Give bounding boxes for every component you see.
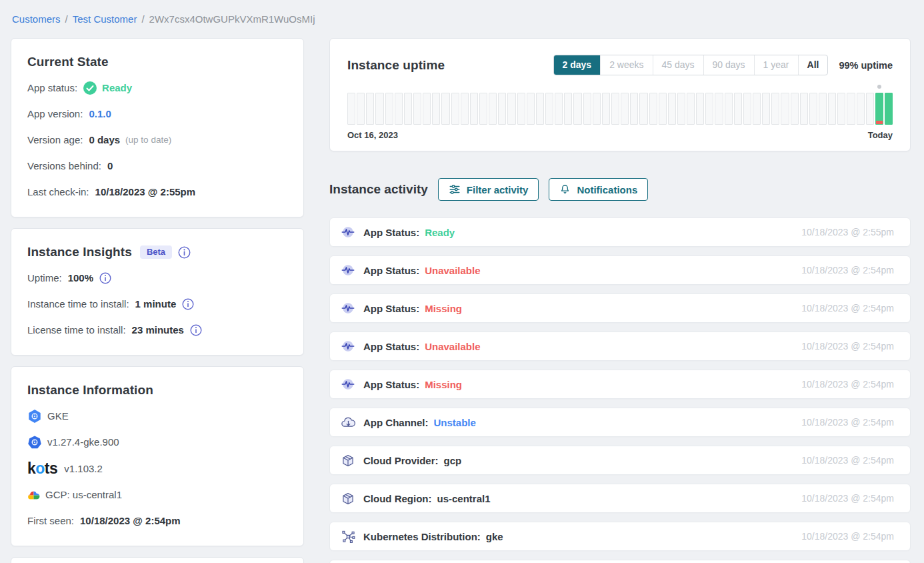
info-icon[interactable] bbox=[99, 272, 111, 284]
uptime-bar-empty[interactable] bbox=[385, 93, 393, 125]
check-circle-icon bbox=[83, 81, 97, 95]
uptime-bar-empty[interactable] bbox=[659, 93, 667, 125]
pulse-icon bbox=[340, 377, 356, 392]
uptime-bar-empty[interactable] bbox=[545, 93, 553, 125]
uptime-bar-empty[interactable] bbox=[357, 93, 365, 125]
range-button-90-days[interactable]: 90 days bbox=[703, 55, 754, 75]
uptime-bar-empty[interactable] bbox=[725, 93, 733, 125]
uptime-bar-empty[interactable] bbox=[621, 93, 629, 125]
uptime-bar-empty[interactable] bbox=[413, 93, 421, 125]
uptime-bar-empty[interactable] bbox=[611, 93, 619, 125]
uptime-line: Uptime: 100% bbox=[27, 271, 287, 286]
uptime-bar-marker-dot bbox=[877, 85, 881, 89]
uptime-bar-empty[interactable] bbox=[451, 93, 459, 125]
uptime-bar-empty[interactable] bbox=[507, 93, 515, 125]
cloud-download-icon bbox=[340, 416, 356, 428]
range-button-45-days[interactable]: 45 days bbox=[653, 55, 703, 75]
info-icon[interactable] bbox=[190, 324, 202, 336]
range-button-2-weeks[interactable]: 2 weeks bbox=[600, 55, 652, 75]
uptime-bar-empty[interactable] bbox=[696, 93, 704, 125]
uptime-bar-empty[interactable] bbox=[461, 93, 469, 125]
breadcrumb-customer-link[interactable]: Test Customer bbox=[73, 13, 137, 25]
info-icon[interactable] bbox=[182, 298, 194, 310]
uptime-bar-empty[interactable] bbox=[705, 93, 713, 125]
uptime-bar-empty[interactable] bbox=[555, 93, 563, 125]
instance-uptime-card: Instance uptime 2 days2 weeks45 days90 d… bbox=[329, 38, 911, 151]
uptime-bar-empty[interactable] bbox=[800, 93, 808, 125]
uptime-bar-empty[interactable] bbox=[781, 93, 789, 125]
uptime-bar-empty[interactable] bbox=[791, 93, 799, 125]
uptime-bar-empty[interactable] bbox=[573, 93, 581, 125]
uptime-bar-empty[interactable] bbox=[602, 93, 610, 125]
uptime-bar-empty[interactable] bbox=[819, 93, 827, 125]
uptime-bar-empty[interactable] bbox=[771, 93, 779, 125]
app-version-line: App version: 0.1.0 bbox=[27, 107, 287, 121]
filter-activity-button[interactable]: Filter activity bbox=[438, 178, 539, 201]
kots-version-value: v1.103.2 bbox=[64, 462, 103, 476]
uptime-bar-empty[interactable] bbox=[639, 93, 647, 125]
uptime-bar-empty[interactable] bbox=[593, 93, 601, 125]
uptime-bar-empty[interactable] bbox=[743, 93, 751, 125]
app-status-line: App status: Ready bbox=[27, 81, 287, 95]
uptime-bar-empty[interactable] bbox=[649, 93, 657, 125]
activity-value: us-central1 bbox=[437, 493, 490, 504]
range-button-1-year[interactable]: 1 year bbox=[754, 55, 798, 75]
uptime-bar-empty[interactable] bbox=[517, 93, 525, 125]
uptime-bar-full[interactable] bbox=[885, 93, 893, 125]
first-seen-value: 10/18/2023 @ 2:54pm bbox=[80, 514, 181, 528]
uptime-bar-empty[interactable] bbox=[837, 93, 845, 125]
uptime-bar-empty[interactable] bbox=[847, 93, 855, 125]
k8s-version-value: v1.27.4-gke.900 bbox=[47, 435, 119, 450]
uptime-bar-empty[interactable] bbox=[347, 93, 355, 125]
activity-timestamp: 10/18/2023 @ 2:55pm bbox=[801, 227, 894, 237]
range-button-2-days[interactable]: 2 days bbox=[554, 55, 601, 75]
uptime-bar-empty[interactable] bbox=[753, 93, 761, 125]
license-time-to-install-value: 23 minutes bbox=[132, 323, 184, 338]
notifications-button[interactable]: Notifications bbox=[549, 178, 648, 201]
uptime-bar-empty[interactable] bbox=[668, 93, 676, 125]
activity-row: Cloud Region: us-central1 10/18/2023 @ 2… bbox=[329, 484, 911, 513]
breadcrumb-customers-link[interactable]: Customers bbox=[12, 13, 61, 25]
activity-value: gcp bbox=[444, 455, 462, 466]
app-version-link[interactable]: 0.1.0 bbox=[89, 107, 111, 121]
uptime-bar-empty[interactable] bbox=[432, 93, 440, 125]
range-button-all[interactable]: All bbox=[798, 55, 828, 75]
uptime-bar-empty[interactable] bbox=[395, 93, 403, 125]
uptime-bar-empty[interactable] bbox=[762, 93, 770, 125]
info-icon[interactable] bbox=[178, 246, 191, 259]
uptime-bar-empty[interactable] bbox=[828, 93, 836, 125]
uptime-bar-empty[interactable] bbox=[809, 93, 817, 125]
uptime-bar-partial[interactable] bbox=[875, 93, 883, 125]
uptime-bar-empty[interactable] bbox=[687, 93, 695, 125]
uptime-bar-empty[interactable] bbox=[366, 93, 374, 125]
instance-information-card: Instance Information GKE v1.27.4-gke.900… bbox=[11, 366, 304, 546]
uptime-bar-empty[interactable] bbox=[375, 93, 383, 125]
uptime-bar-empty[interactable] bbox=[527, 93, 535, 125]
uptime-bar-empty[interactable] bbox=[404, 93, 412, 125]
uptime-bar-empty[interactable] bbox=[423, 93, 431, 125]
versions-behind-value: 0 bbox=[107, 159, 113, 173]
uptime-bar-empty[interactable] bbox=[564, 93, 572, 125]
activity-row: App Status: Unavailable 10/18/2023 @ 2:5… bbox=[329, 332, 911, 361]
breadcrumb: Customers/Test Customer/2Wx7csx4OtwGUPkV… bbox=[12, 13, 911, 25]
uptime-bar-empty[interactable] bbox=[441, 93, 449, 125]
uptime-bar-empty[interactable] bbox=[479, 93, 487, 125]
uptime-bar-empty[interactable] bbox=[715, 93, 723, 125]
uptime-bar-empty[interactable] bbox=[734, 93, 742, 125]
uptime-bar-empty[interactable] bbox=[536, 93, 544, 125]
uptime-bar-downtime-segment bbox=[876, 121, 883, 125]
distribution-line: GKE bbox=[27, 409, 287, 424]
activity-row: Kubernetes Distribution: gke 10/18/2023 … bbox=[329, 522, 911, 551]
current-state-title: Current State bbox=[27, 55, 287, 69]
uptime-bar-empty[interactable] bbox=[866, 93, 874, 125]
uptime-bar-empty[interactable] bbox=[498, 93, 506, 125]
uptime-bar-empty[interactable] bbox=[857, 93, 865, 125]
last-checkin-line: Last check-in: 10/18/2023 @ 2:55pm bbox=[27, 185, 287, 199]
instance-time-to-install-line: Instance time to install: 1 minute bbox=[27, 297, 287, 312]
uptime-bar-empty[interactable] bbox=[583, 93, 591, 125]
uptime-bar-empty[interactable] bbox=[489, 93, 497, 125]
uptime-bar-empty[interactable] bbox=[677, 93, 685, 125]
uptime-summary: 99% uptime bbox=[839, 60, 893, 71]
uptime-bar-empty[interactable] bbox=[470, 93, 478, 125]
uptime-bar-empty[interactable] bbox=[630, 93, 638, 125]
